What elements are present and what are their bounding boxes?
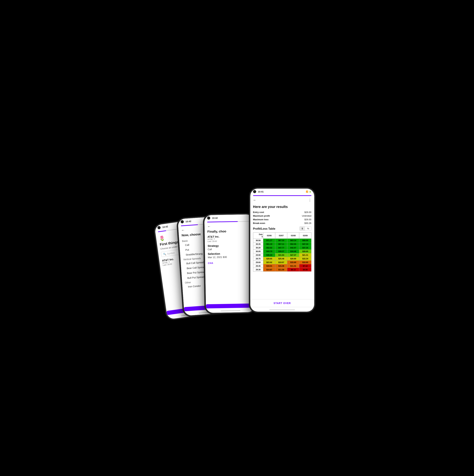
toggle-group: $ % (299, 226, 311, 231)
back-btn-4[interactable]: ← (253, 198, 256, 202)
table-title: Profit/Loss Table (253, 227, 275, 230)
max-loss-label: Maximum loss (253, 218, 269, 221)
home-indicator-4 (269, 310, 295, 310)
toggle-dollar-btn[interactable]: $ (300, 226, 305, 231)
stock-item-3: AT&T Inc. NYSE: T Last: 29.62 (207, 235, 251, 242)
table-cell: $52.55 (287, 242, 299, 246)
max-profit-label: Maximum profit (253, 215, 270, 217)
max-profit-row: Maximum profit Unlimited (253, 215, 311, 217)
table-cell: $37.35 (299, 246, 311, 250)
camera-dot-2 (181, 220, 184, 223)
breakeven-label: Break-even (253, 222, 265, 224)
table-cell: $31.94 (275, 253, 287, 257)
table-cell: $27.07 (287, 253, 299, 257)
selection-section: Selection Mar 12, 2021 $30 (207, 252, 251, 259)
table-cell: $63.14 (287, 239, 299, 242)
table-row-label: 30.35 (253, 242, 263, 246)
table-cell: $19.01 (263, 264, 275, 268)
pl-table: Date$ 03/06 03/07 03/08 03/09 30.50$71.1… (253, 232, 311, 272)
status-icons-4: 📶 🔋 (306, 191, 311, 193)
selection-label: Selection (207, 252, 251, 255)
back-btn-2[interactable]: ← (181, 228, 185, 232)
entry-cost-label: Entry cost (253, 211, 264, 214)
table-header-row: Profit/Loss Table $ % (253, 225, 311, 231)
entry-cost-value: $26.00 (305, 211, 311, 214)
table-cell: $8.13 (287, 268, 299, 272)
camera-dot-4 (253, 190, 256, 193)
table-cell: $15.60 (287, 261, 299, 264)
table-cell: $21.31 (299, 253, 311, 257)
table-cell: $4.56 (299, 268, 311, 272)
table-cell: $36.24 (263, 253, 275, 257)
table-cell: $71.17 (263, 239, 275, 242)
progress-bar-4 (253, 195, 311, 196)
table-cell: $11.58 (275, 268, 287, 272)
phone-4: 10:41 📶 🔋 ← ⋮ Here are your results Entr… (249, 188, 315, 313)
entry-cost-row: Entry cost $26.00 (253, 211, 311, 214)
max-loss-value: $26.00 (305, 218, 311, 221)
table-cell: $19.97 (275, 261, 287, 264)
table-row-label: 30.05 (253, 250, 263, 253)
max-profit-value: Unlimited (302, 215, 311, 217)
wifi-icon: 📶 (306, 191, 308, 193)
table-cell: $57.11 (275, 242, 287, 246)
table-row-label: 30.50 (253, 239, 263, 242)
battery-icon: 🔋 (309, 191, 311, 193)
table-cell: $29.65 (263, 257, 275, 261)
table-row-label: 29.90 (253, 253, 263, 257)
table-cell: $58.50 (299, 239, 311, 242)
table-cell: $28.65 (299, 250, 311, 253)
start-over-btn[interactable]: START OVER (250, 299, 314, 307)
table-cell: $11.41 (287, 264, 299, 268)
phones-showcase: 10:42 🌷 First things t Choose an under 🔍… (159, 163, 315, 313)
col-header-0306: 03/06 (263, 233, 275, 239)
table-cell: $42.97 (287, 246, 299, 250)
search-placeholder: Symbol (167, 251, 175, 255)
breakeven-row: Break-even $30.26 (253, 222, 311, 224)
camera-dot-1 (157, 226, 161, 229)
time-3: 10:42 (212, 217, 218, 220)
table-cell: $39.37 (275, 250, 287, 253)
col-header-0307: 03/07 (275, 233, 287, 239)
table-cell: $10.65 (299, 261, 311, 264)
table-cell: $61.19 (263, 242, 275, 246)
progress-bar-3 (207, 221, 237, 222)
table-cell: $14.87 (263, 268, 275, 272)
table-row-label: 30.20 (253, 246, 263, 250)
table-cell: $20.80 (287, 257, 299, 261)
table-cell: $15.34 (299, 257, 311, 261)
next-btn-3[interactable] (206, 303, 255, 308)
table-row-label: 29.75 (253, 257, 263, 261)
breakeven-value: $30.26 (305, 222, 311, 224)
more-options-btn[interactable]: ⋮ (308, 198, 311, 202)
table-cell: $7.12 (299, 264, 311, 268)
search-icon: 🔍 (163, 253, 166, 255)
table-cell: $43.70 (263, 250, 275, 253)
results-title: Here are your results (253, 205, 311, 209)
table-corner: Date$ (253, 233, 263, 239)
max-loss-row: Maximum loss $26.00 (253, 218, 311, 221)
strategy-value: Call (207, 247, 251, 251)
table-cell: $34.46 (287, 250, 299, 253)
table-cell: $47.34 (299, 242, 311, 246)
table-cell: $47.77 (275, 246, 287, 250)
col-header-0309: 03/09 (299, 233, 311, 239)
table-cell: $52.02 (263, 246, 275, 250)
selection-value: Mar 12, 2021 $30 (208, 255, 251, 259)
table-cell: $67.33 (275, 239, 287, 242)
strategy-label: Strategy (207, 244, 251, 248)
table-row-label: 29.45 (253, 264, 263, 268)
table-cell: $23.92 (263, 261, 275, 264)
time-1: 10:42 (162, 225, 168, 228)
back-btn-3[interactable]: ← (207, 224, 211, 228)
table-row-label: 29.60 (253, 261, 263, 264)
strategy-section: Strategy Call (207, 244, 251, 251)
phone-3: 10:42 ← Finally, choo AT&T Inc. NYSE: T … (203, 213, 256, 314)
home-indicator-3 (220, 310, 240, 311)
col-header-0308: 03/08 (287, 233, 299, 239)
page-title-3: Finally, choo (207, 229, 251, 234)
change-btn[interactable]: CHA (208, 260, 213, 266)
toggle-pct-btn[interactable]: % (305, 226, 311, 231)
time-2: 10:42 (185, 220, 191, 223)
table-row-label: 29.30 (253, 268, 263, 272)
